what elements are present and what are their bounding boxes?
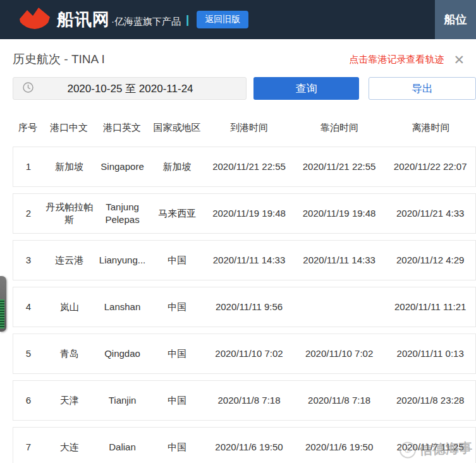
table-row[interactable]: 1 新加坡 Singapore 新加坡 2020/11/21 22:55 202…	[13, 147, 476, 187]
cell-seq: 6	[13, 392, 44, 409]
cell-departure: 2020/11/12 4:29	[385, 251, 475, 269]
clock-icon	[13, 82, 34, 95]
cell-departure: 2020/11/21 4:33	[385, 205, 475, 222]
cell-seq: 2	[13, 205, 44, 222]
cell-country: 中国	[149, 438, 205, 456]
cell-seq: 5	[13, 345, 44, 363]
cell-port-cn: 连云港	[44, 251, 95, 269]
cell-port-en: Qingdao	[95, 345, 150, 363]
cell-country: 中国	[149, 251, 205, 269]
cell-departure: 2020/11/7 11:25	[385, 438, 475, 456]
table-body: 1 新加坡 Singapore 新加坡 2020/11/21 22:55 202…	[13, 147, 476, 463]
col-header-arrival: 到港时间	[205, 119, 293, 136]
tab-ship-position[interactable]: 船位	[435, 0, 476, 39]
table-row[interactable]: 3 连云港 Lianyung... 中国 2020/11/11 14:33 20…	[13, 240, 476, 280]
dock-stripes-icon	[0, 299, 4, 328]
cell-berth: 2020/11/10 7:02	[293, 345, 386, 363]
brand-suffix: ·亿海蓝旗下产品	[111, 16, 181, 28]
table-row[interactable]: 5 青岛 Qingdao 中国 2020/11/10 7:02 2020/11/…	[13, 334, 476, 374]
page-title: 历史航次 - TINA I	[13, 51, 105, 68]
cell-port-cn: 新加坡	[44, 158, 95, 176]
cell-berth: 2020/11/8 7:18	[293, 392, 386, 409]
cell-port-en: Singapore	[95, 158, 150, 176]
col-header-port-cn: 港口中文	[43, 119, 95, 136]
panel-header: 历史航次 - TINA I 点击靠港记录查看轨迹 ✕	[13, 51, 465, 68]
shipxy-logo[interactable]: 船讯网 ·亿海蓝旗下产品	[18, 5, 181, 34]
col-header-country: 国家或地区	[149, 119, 205, 136]
cell-seq: 3	[13, 251, 44, 269]
query-controls: 2020-10-25 至 2020-11-24 查询 导出	[13, 77, 476, 100]
cell-port-en: Lanshan	[95, 298, 150, 316]
table-row[interactable]: 4 岚山 Lanshan 中国 2020/11/11 9:56 2020/11/…	[13, 287, 476, 327]
cell-arrival: 2020/11/6 19:50	[205, 438, 293, 456]
boat-icon	[18, 5, 52, 34]
close-icon[interactable]: ✕	[453, 53, 465, 66]
cell-departure: 2020/11/22 22:07	[385, 158, 475, 176]
date-range-value: 2020-10-25 至 2020-11-24	[34, 81, 246, 96]
date-range-input[interactable]: 2020-10-25 至 2020-11-24	[13, 77, 247, 100]
cell-country: 马来西亚	[149, 205, 205, 222]
cell-seq: 7	[13, 438, 44, 456]
cell-country: 新加坡	[149, 158, 205, 176]
cell-arrival: 2020/11/11 9:56	[205, 298, 293, 316]
col-header-berth: 靠泊时间	[293, 119, 386, 136]
back-to-old-version-button[interactable]: 返回旧版	[197, 11, 248, 28]
cell-departure: 2020/11/11 0:13	[385, 345, 475, 363]
cell-port-cn: 天津	[44, 392, 95, 409]
cell-port-cn: 青岛	[44, 345, 95, 363]
table-header-row: 序号 港口中文 港口英文 国家或地区 到港时间 靠泊时间 离港时间	[13, 119, 476, 136]
cell-berth: 2020/11/21 22:55	[293, 158, 386, 176]
cell-seq: 1	[13, 158, 44, 176]
cell-berth: 2020/11/6 19:50	[293, 438, 386, 456]
cell-port-cn: 大连	[44, 438, 95, 456]
cell-departure: 2020/11/8 23:28	[385, 392, 475, 409]
cell-country: 中国	[149, 345, 205, 363]
cell-arrival: 2020/11/10 7:02	[205, 345, 293, 363]
cell-arrival: 2020/11/19 19:48	[205, 205, 293, 222]
col-header-seq: 序号	[13, 119, 43, 136]
header-divider: |	[186, 13, 189, 27]
side-dock-handle[interactable]	[0, 276, 6, 332]
cell-arrival: 2020/11/8 7:18	[205, 392, 293, 409]
cell-berth: 2020/11/19 19:48	[293, 205, 386, 222]
table-row[interactable]: 6 天津 Tianjin 中国 2020/11/8 7:18 2020/11/8…	[13, 380, 476, 421]
cell-port-en: Lianyung...	[95, 251, 150, 269]
query-button[interactable]: 查询	[253, 77, 359, 100]
cell-seq: 4	[13, 298, 44, 316]
track-tip-text: 点击靠港记录查看轨迹	[349, 54, 444, 66]
export-button[interactable]: 导出	[369, 77, 476, 100]
table-row[interactable]: 2 丹戎帕拉帕斯 Tanjung Pelepas 马来西亚 2020/11/19…	[13, 193, 476, 234]
col-header-port-en: 港口英文	[95, 119, 149, 136]
cell-arrival: 2020/11/21 22:55	[205, 158, 293, 176]
cell-port-en: Tanjung Pelepas	[95, 198, 150, 229]
cell-country: 中国	[149, 298, 205, 316]
cell-arrival: 2020/11/11 14:33	[205, 251, 293, 269]
table-row[interactable]: 7 大连 Dalian 中国 2020/11/6 19:50 2020/11/6…	[13, 427, 476, 463]
top-header: 船讯网 ·亿海蓝旗下产品 | 返回旧版 船位	[0, 0, 476, 39]
col-header-departure: 离港时间	[386, 119, 476, 136]
cell-berth	[293, 304, 386, 310]
brand-name: 船讯网	[57, 8, 110, 31]
cell-port-cn: 丹戎帕拉帕斯	[44, 198, 95, 229]
cell-departure: 2020/11/11 11:21	[385, 298, 475, 316]
cell-port-cn: 岚山	[44, 298, 95, 316]
cell-port-en: Tianjin	[95, 392, 150, 409]
cell-country: 中国	[149, 392, 205, 409]
cell-berth: 2020/11/11 14:33	[293, 251, 386, 269]
cell-port-en: Dalian	[95, 438, 150, 456]
